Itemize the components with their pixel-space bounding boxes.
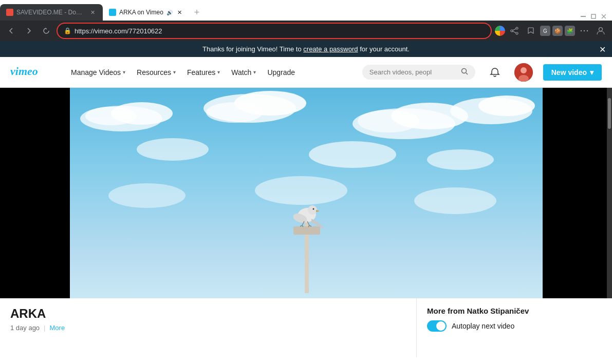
address-actions: G 🍪 🧩 [495,24,608,38]
video-meta: 1 day ago | More [10,324,406,332]
video-title: ARKA [10,306,406,321]
forward-button[interactable] [22,24,36,38]
profile-button[interactable] [594,24,608,38]
more-link[interactable]: More [50,324,65,332]
tab-vimeo-close[interactable]: ✕ [176,8,184,16]
below-video-section: ARKA 1 day ago | More More from Natko St… [0,298,612,357]
svg-point-28 [358,110,419,132]
svg-point-14 [461,69,466,73]
svg-point-5 [511,30,513,32]
extension-icon-1[interactable]: G [540,26,550,36]
svg-point-11 [587,30,588,31]
tab-savevideo-close[interactable]: ✕ [88,8,97,16]
upgrade-label: Upgrade [267,68,295,76]
svg-point-41 [308,205,317,215]
tab-audio-icon: 🔊 [166,10,173,15]
vimeo-favicon [109,9,116,16]
more-from-title: More from Natko Stipaničev [427,306,602,315]
svg-point-12 [599,28,603,31]
search-input[interactable] [369,68,457,76]
close-button[interactable] [600,12,608,21]
new-tab-button[interactable]: + [190,7,204,18]
time-ago: 1 day ago [10,324,40,332]
svg-point-32 [309,141,396,168]
svg-point-36 [414,187,496,214]
url-input[interactable] [75,27,485,35]
svg-point-10 [584,30,585,31]
watch-caret: ▾ [253,69,256,75]
more-from-section: More from Natko Stipaničev Autoplay next… [417,298,612,357]
manage-videos-label: Manage Videos [71,68,121,76]
nav-manage-videos[interactable]: Manage Videos ▾ [67,65,129,80]
url-box[interactable]: 🔒 [57,23,492,39]
notification-text2: for your account. [360,45,410,53]
svg-rect-38 [293,226,320,235]
svg-point-34 [255,176,347,205]
right-letterbox [543,88,613,298]
svg-point-30 [478,95,535,116]
vimeo-logo[interactable]: vimeo [10,64,51,81]
notification-bell-button[interactable] [486,63,504,82]
scrollbar-thumb [608,98,611,129]
search-box[interactable] [362,65,475,80]
toggle-knob [436,321,446,331]
lock-icon: 🔒 [64,27,71,34]
banner-close-button[interactable]: ✕ [599,44,606,54]
svg-point-31 [137,138,209,161]
address-bar: 🔒 G 🍪 🧩 [0,21,612,41]
new-video-button[interactable]: New video ▾ [543,64,602,81]
vimeo-nav: vimeo Manage Videos ▾ Resources ▾ Featur… [0,57,612,88]
video-scene [70,88,543,298]
nav-upgrade[interactable]: Upgrade [263,65,299,80]
tab-savevideo[interactable]: SAVEVIDEO.ME - Download from... ✕ [0,4,103,21]
new-video-caret: ▾ [590,68,594,76]
back-button[interactable] [4,24,18,38]
bookmark-button[interactable] [524,24,538,38]
manage-videos-caret: ▾ [123,69,125,75]
user-avatar[interactable] [514,63,533,82]
svg-point-35 [108,183,186,208]
svg-point-42 [312,208,314,210]
svg-line-15 [466,73,468,74]
resources-label: Resources [137,68,171,76]
svg-point-17 [521,67,527,73]
video-player[interactable] [0,88,612,298]
notification-text: Thanks for joining Vimeo! Time to [202,45,303,53]
tab-vimeo-title: ARKA on Vimeo [119,9,163,16]
left-letterbox [0,88,70,298]
svg-point-6 [516,32,518,34]
nav-menu: Manage Videos ▾ Resources ▾ Features ▾ W… [67,65,299,80]
scrollbar-right[interactable] [607,88,612,298]
resources-caret: ▾ [173,69,176,75]
tab-vimeo[interactable]: ARKA on Vimeo 🔊 ✕ [103,4,190,21]
menu-button[interactable] [577,24,591,38]
refresh-button[interactable] [39,24,53,38]
features-label: Features [187,68,215,76]
nav-features[interactable]: Features ▾ [183,65,224,80]
svg-point-22 [85,107,137,125]
extension-icon-3[interactable]: 🧩 [565,26,575,36]
nav-resources[interactable]: Resources ▾ [133,65,180,80]
autoplay-label: Autoplay next video [452,322,514,330]
savevideo-favicon [6,9,13,16]
google-icon [495,26,505,36]
search-icon [461,68,468,76]
autoplay-row: Autoplay next video [427,320,602,332]
svg-line-7 [513,29,516,30]
meta-separator: | [44,324,45,332]
minimize-button[interactable] [579,12,587,21]
extension-icon-2[interactable]: 🍪 [552,26,563,36]
svg-rect-1 [591,14,596,18]
autoplay-toggle[interactable] [427,320,447,332]
share-button[interactable] [507,24,522,38]
svg-text:vimeo: vimeo [10,65,38,78]
features-caret: ▾ [217,69,220,75]
new-video-label: New video [551,68,587,76]
nav-watch[interactable]: Watch ▾ [227,65,260,80]
svg-point-25 [206,102,263,123]
notification-banner: Thanks for joining Vimeo! Time to create… [0,41,612,57]
restore-button[interactable] [589,12,598,21]
browser-chrome: SAVEVIDEO.ME - Download from... ✕ ARKA o… [0,0,612,41]
tab-savevideo-title: SAVEVIDEO.ME - Download from... [16,9,85,16]
notification-link[interactable]: create a password [303,45,358,53]
